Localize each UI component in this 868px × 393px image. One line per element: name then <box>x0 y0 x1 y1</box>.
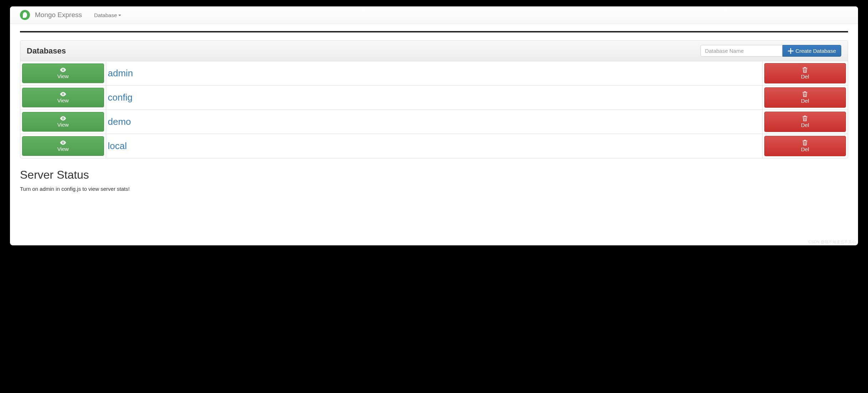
view-button-label: View <box>57 73 69 79</box>
svg-point-1 <box>62 94 63 95</box>
databases-table: View admin Del View config Del <box>20 61 848 158</box>
brand-title[interactable]: Mongo Express <box>35 11 82 19</box>
trash-icon <box>802 140 808 146</box>
svg-point-2 <box>62 118 63 119</box>
server-status-heading: Server Status <box>20 168 848 182</box>
navbar: Mongo Express Database <box>10 6 858 24</box>
create-database-label: Create Database <box>796 48 836 54</box>
eye-icon <box>60 67 66 72</box>
mongo-leaf-icon <box>20 10 30 20</box>
delete-button[interactable]: Del <box>764 63 846 83</box>
caret-down-icon <box>118 15 121 16</box>
svg-point-0 <box>62 70 63 71</box>
main-container: Databases Create Database View admin <box>10 24 858 199</box>
delete-button-label: Del <box>801 122 809 128</box>
database-dropdown-label: Database <box>94 12 117 18</box>
databases-panel: Databases Create Database View admin <box>20 40 848 158</box>
delete-button[interactable]: Del <box>764 87 846 108</box>
table-row: View local Del <box>20 134 848 158</box>
database-link[interactable]: admin <box>108 68 133 78</box>
view-button[interactable]: View <box>22 112 104 132</box>
delete-button-label: Del <box>801 146 809 152</box>
watermark: CSDN @我不知道也不关心 <box>808 239 856 245</box>
plus-icon <box>788 48 794 54</box>
view-button[interactable]: View <box>22 88 104 107</box>
delete-button[interactable]: Del <box>764 136 846 156</box>
eye-icon <box>60 140 66 145</box>
database-link[interactable]: local <box>108 141 127 151</box>
table-row: View admin Del <box>20 61 848 86</box>
view-button-label: View <box>57 97 69 103</box>
table-row: View demo Del <box>20 110 848 134</box>
eye-icon <box>60 92 66 97</box>
delete-button-label: Del <box>801 98 809 104</box>
view-button[interactable]: View <box>22 63 104 83</box>
database-link[interactable]: demo <box>108 116 131 127</box>
database-dropdown[interactable]: Database <box>94 12 121 18</box>
delete-button-label: Del <box>801 73 809 80</box>
view-button-label: View <box>57 146 69 152</box>
create-database-button[interactable]: Create Database <box>782 45 841 57</box>
trash-icon <box>802 91 808 97</box>
delete-button[interactable]: Del <box>764 112 846 132</box>
view-button-label: View <box>57 122 69 128</box>
server-status-message: Turn on admin in config.js to view serve… <box>20 186 848 192</box>
panel-title: Databases <box>27 46 66 56</box>
eye-icon <box>60 116 66 121</box>
table-row: View config Del <box>20 86 848 110</box>
divider <box>20 31 848 32</box>
database-link[interactable]: config <box>108 92 133 103</box>
trash-icon <box>802 116 808 121</box>
database-name-input[interactable] <box>701 45 782 57</box>
view-button[interactable]: View <box>22 136 104 156</box>
svg-point-3 <box>62 142 63 143</box>
create-db-form: Create Database <box>701 45 841 57</box>
trash-icon <box>802 67 808 73</box>
panel-heading: Databases Create Database <box>20 41 848 61</box>
app-window: Mongo Express Database Databases Create … <box>10 6 858 245</box>
